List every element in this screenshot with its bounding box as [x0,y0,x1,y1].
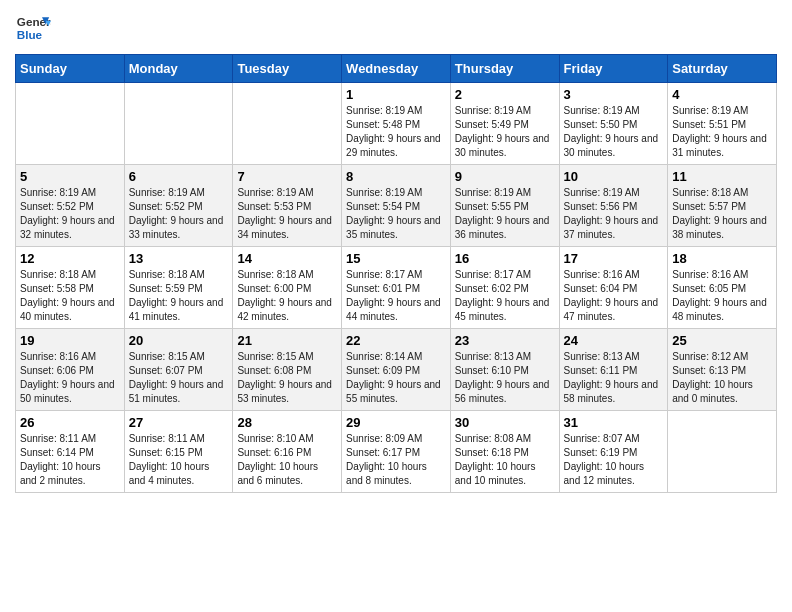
calendar-table: SundayMondayTuesdayWednesdayThursdayFrid… [15,54,777,493]
day-info: Sunrise: 8:11 AM Sunset: 6:14 PM Dayligh… [20,432,120,488]
day-number: 24 [564,333,664,348]
table-cell: 22Sunrise: 8:14 AM Sunset: 6:09 PM Dayli… [342,329,451,411]
day-info: Sunrise: 8:16 AM Sunset: 6:06 PM Dayligh… [20,350,120,406]
day-info: Sunrise: 8:18 AM Sunset: 5:58 PM Dayligh… [20,268,120,324]
table-cell [16,83,125,165]
day-number: 26 [20,415,120,430]
day-number: 4 [672,87,772,102]
day-number: 10 [564,169,664,184]
header-friday: Friday [559,55,668,83]
table-cell: 18Sunrise: 8:16 AM Sunset: 6:05 PM Dayli… [668,247,777,329]
day-info: Sunrise: 8:19 AM Sunset: 5:48 PM Dayligh… [346,104,446,160]
table-cell: 4Sunrise: 8:19 AM Sunset: 5:51 PM Daylig… [668,83,777,165]
day-number: 22 [346,333,446,348]
table-cell: 8Sunrise: 8:19 AM Sunset: 5:54 PM Daylig… [342,165,451,247]
day-info: Sunrise: 8:12 AM Sunset: 6:13 PM Dayligh… [672,350,772,406]
day-info: Sunrise: 8:19 AM Sunset: 5:52 PM Dayligh… [129,186,229,242]
table-cell: 27Sunrise: 8:11 AM Sunset: 6:15 PM Dayli… [124,411,233,493]
day-number: 9 [455,169,555,184]
header-tuesday: Tuesday [233,55,342,83]
day-number: 19 [20,333,120,348]
table-cell: 7Sunrise: 8:19 AM Sunset: 5:53 PM Daylig… [233,165,342,247]
header-row: SundayMondayTuesdayWednesdayThursdayFrid… [16,55,777,83]
day-info: Sunrise: 8:15 AM Sunset: 6:08 PM Dayligh… [237,350,337,406]
table-cell: 12Sunrise: 8:18 AM Sunset: 5:58 PM Dayli… [16,247,125,329]
table-cell: 20Sunrise: 8:15 AM Sunset: 6:07 PM Dayli… [124,329,233,411]
day-number: 2 [455,87,555,102]
header: General Blue [15,10,777,46]
table-cell [668,411,777,493]
day-info: Sunrise: 8:18 AM Sunset: 6:00 PM Dayligh… [237,268,337,324]
table-cell: 26Sunrise: 8:11 AM Sunset: 6:14 PM Dayli… [16,411,125,493]
day-info: Sunrise: 8:13 AM Sunset: 6:11 PM Dayligh… [564,350,664,406]
day-number: 15 [346,251,446,266]
week-row-3: 12Sunrise: 8:18 AM Sunset: 5:58 PM Dayli… [16,247,777,329]
day-number: 27 [129,415,229,430]
day-number: 12 [20,251,120,266]
table-cell [124,83,233,165]
day-number: 30 [455,415,555,430]
day-number: 17 [564,251,664,266]
day-number: 5 [20,169,120,184]
logo: General Blue [15,10,51,46]
table-cell: 28Sunrise: 8:10 AM Sunset: 6:16 PM Dayli… [233,411,342,493]
table-cell: 19Sunrise: 8:16 AM Sunset: 6:06 PM Dayli… [16,329,125,411]
day-info: Sunrise: 8:19 AM Sunset: 5:55 PM Dayligh… [455,186,555,242]
day-number: 11 [672,169,772,184]
table-cell: 29Sunrise: 8:09 AM Sunset: 6:17 PM Dayli… [342,411,451,493]
table-cell: 14Sunrise: 8:18 AM Sunset: 6:00 PM Dayli… [233,247,342,329]
table-cell: 17Sunrise: 8:16 AM Sunset: 6:04 PM Dayli… [559,247,668,329]
table-cell: 31Sunrise: 8:07 AM Sunset: 6:19 PM Dayli… [559,411,668,493]
header-monday: Monday [124,55,233,83]
svg-text:Blue: Blue [17,28,43,41]
day-info: Sunrise: 8:09 AM Sunset: 6:17 PM Dayligh… [346,432,446,488]
day-number: 16 [455,251,555,266]
calendar-container: General Blue SundayMondayTuesdayWednesda… [0,0,792,503]
table-cell: 10Sunrise: 8:19 AM Sunset: 5:56 PM Dayli… [559,165,668,247]
table-cell: 15Sunrise: 8:17 AM Sunset: 6:01 PM Dayli… [342,247,451,329]
day-info: Sunrise: 8:16 AM Sunset: 6:04 PM Dayligh… [564,268,664,324]
day-number: 1 [346,87,446,102]
table-cell: 2Sunrise: 8:19 AM Sunset: 5:49 PM Daylig… [450,83,559,165]
day-number: 13 [129,251,229,266]
day-info: Sunrise: 8:10 AM Sunset: 6:16 PM Dayligh… [237,432,337,488]
header-sunday: Sunday [16,55,125,83]
table-cell: 24Sunrise: 8:13 AM Sunset: 6:11 PM Dayli… [559,329,668,411]
table-cell: 3Sunrise: 8:19 AM Sunset: 5:50 PM Daylig… [559,83,668,165]
week-row-2: 5Sunrise: 8:19 AM Sunset: 5:52 PM Daylig… [16,165,777,247]
day-info: Sunrise: 8:19 AM Sunset: 5:51 PM Dayligh… [672,104,772,160]
table-cell: 16Sunrise: 8:17 AM Sunset: 6:02 PM Dayli… [450,247,559,329]
day-info: Sunrise: 8:13 AM Sunset: 6:10 PM Dayligh… [455,350,555,406]
table-cell: 13Sunrise: 8:18 AM Sunset: 5:59 PM Dayli… [124,247,233,329]
day-info: Sunrise: 8:07 AM Sunset: 6:19 PM Dayligh… [564,432,664,488]
table-cell: 9Sunrise: 8:19 AM Sunset: 5:55 PM Daylig… [450,165,559,247]
day-info: Sunrise: 8:19 AM Sunset: 5:56 PM Dayligh… [564,186,664,242]
table-cell [233,83,342,165]
table-cell: 30Sunrise: 8:08 AM Sunset: 6:18 PM Dayli… [450,411,559,493]
day-info: Sunrise: 8:19 AM Sunset: 5:54 PM Dayligh… [346,186,446,242]
header-saturday: Saturday [668,55,777,83]
week-row-1: 1Sunrise: 8:19 AM Sunset: 5:48 PM Daylig… [16,83,777,165]
table-cell: 23Sunrise: 8:13 AM Sunset: 6:10 PM Dayli… [450,329,559,411]
table-cell: 1Sunrise: 8:19 AM Sunset: 5:48 PM Daylig… [342,83,451,165]
day-number: 7 [237,169,337,184]
day-info: Sunrise: 8:19 AM Sunset: 5:52 PM Dayligh… [20,186,120,242]
day-number: 29 [346,415,446,430]
logo-icon: General Blue [15,10,51,46]
day-info: Sunrise: 8:19 AM Sunset: 5:53 PM Dayligh… [237,186,337,242]
header-wednesday: Wednesday [342,55,451,83]
day-number: 25 [672,333,772,348]
day-info: Sunrise: 8:17 AM Sunset: 6:01 PM Dayligh… [346,268,446,324]
day-info: Sunrise: 8:17 AM Sunset: 6:02 PM Dayligh… [455,268,555,324]
day-number: 28 [237,415,337,430]
table-cell: 25Sunrise: 8:12 AM Sunset: 6:13 PM Dayli… [668,329,777,411]
day-number: 20 [129,333,229,348]
day-info: Sunrise: 8:14 AM Sunset: 6:09 PM Dayligh… [346,350,446,406]
day-info: Sunrise: 8:16 AM Sunset: 6:05 PM Dayligh… [672,268,772,324]
day-number: 23 [455,333,555,348]
day-info: Sunrise: 8:15 AM Sunset: 6:07 PM Dayligh… [129,350,229,406]
table-cell: 6Sunrise: 8:19 AM Sunset: 5:52 PM Daylig… [124,165,233,247]
day-info: Sunrise: 8:18 AM Sunset: 5:57 PM Dayligh… [672,186,772,242]
day-number: 8 [346,169,446,184]
day-info: Sunrise: 8:11 AM Sunset: 6:15 PM Dayligh… [129,432,229,488]
